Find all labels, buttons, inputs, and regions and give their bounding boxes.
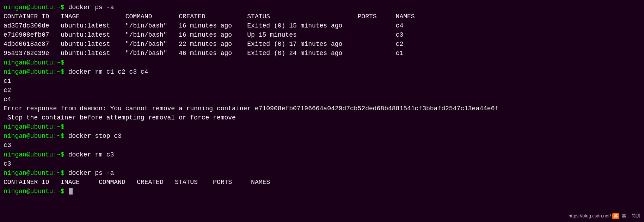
line-10: c2: [4, 86, 640, 95]
prompt-7: ningan@ubuntu:~$: [4, 59, 68, 66]
line-16: c3: [4, 141, 640, 150]
line-20: CONTAINER ID IMAGE COMMAND CREATED STATU…: [4, 178, 640, 187]
line-6: 95a93762e39e ubuntu:latest "/bin/bash" 4…: [4, 49, 640, 58]
watermark-url: https://blog.csdn.net/: [569, 213, 611, 218]
line-3: ad357dc300de ubuntu:latest "/bin/bash" 1…: [4, 21, 640, 30]
line-11: c4: [4, 95, 640, 104]
command-8: docker rm c1 c2 c3 c4: [68, 68, 148, 75]
command-19: docker ps -a: [68, 169, 114, 177]
terminal: ningan@ubuntu:~$ docker ps -a CONTAINER …: [0, 0, 644, 222]
prompt-14: ningan@ubuntu:~$: [4, 123, 68, 130]
line-7: ningan@ubuntu:~$: [4, 58, 640, 67]
cursor: [69, 188, 73, 195]
prompt-8: ningan@ubuntu:~$: [4, 68, 68, 75]
command-17: docker rm c3: [68, 151, 114, 158]
line-13: Stop the container before attempting rem…: [4, 113, 640, 122]
prompt-17: ningan@ubuntu:~$: [4, 151, 68, 158]
watermark: https://blog.csdn.net/ 英 英 ↓ 简拼: [569, 213, 640, 219]
line-14: ningan@ubuntu:~$: [4, 122, 640, 131]
line-12: Error response from daemon: You cannot r…: [4, 104, 640, 113]
prompt-19: ningan@ubuntu:~$: [4, 169, 68, 177]
line-1: ningan@ubuntu:~$ docker ps -a: [4, 3, 640, 12]
command-1: docker ps -a: [68, 4, 114, 11]
line-4: e710908efb07 ubuntu:latest "/bin/bash" 1…: [4, 30, 640, 39]
line-5: 4dbd0618ae87 ubuntu:latest "/bin/bash" 2…: [4, 39, 640, 49]
command-15: docker stop c3: [68, 132, 122, 140]
prompt-21: ningan@ubuntu:~$: [4, 188, 68, 195]
prompt-1: ningan@ubuntu:~$: [4, 4, 68, 11]
line-21: ningan@ubuntu:~$: [4, 187, 640, 196]
line-15: ningan@ubuntu:~$ docker stop c3: [4, 131, 640, 141]
line-2: CONTAINER ID IMAGE COMMAND CREATED STATU…: [4, 12, 640, 21]
line-18: c3: [4, 159, 640, 168]
line-9: c1: [4, 76, 640, 86]
line-8: ningan@ubuntu:~$ docker rm c1 c2 c3 c4: [4, 67, 640, 76]
line-19: ningan@ubuntu:~$ docker ps -a: [4, 168, 640, 178]
watermark-text: 英 ↓ 简拼: [622, 213, 640, 218]
watermark-badge: 英: [612, 213, 619, 219]
line-17: ningan@ubuntu:~$ docker rm c3: [4, 150, 640, 159]
prompt-15: ningan@ubuntu:~$: [4, 132, 68, 140]
